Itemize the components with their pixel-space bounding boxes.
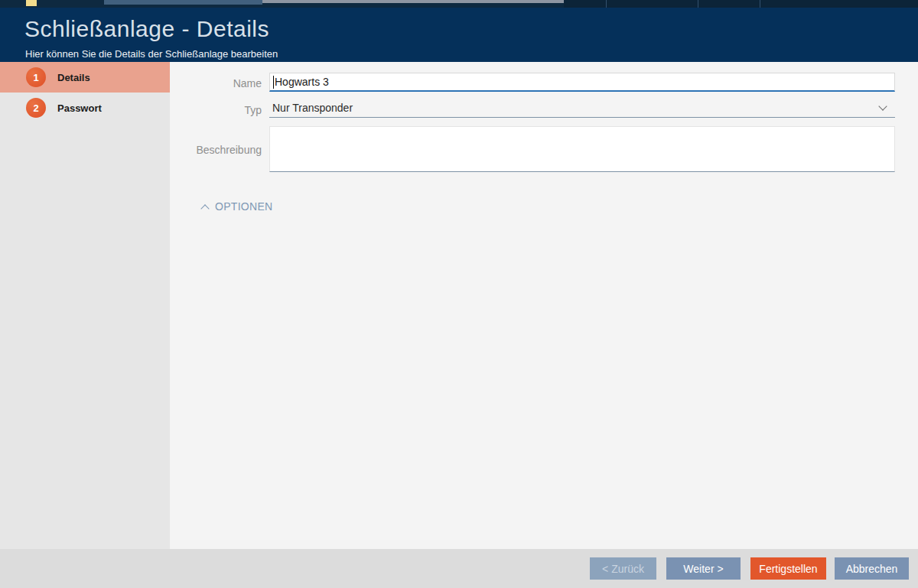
step-item-details[interactable]: 1 Details <box>0 62 170 93</box>
name-label: Name <box>170 77 262 89</box>
background-divider <box>698 0 698 8</box>
background-divider <box>760 0 760 8</box>
optionen-label: OPTIONEN <box>215 200 273 213</box>
finish-button[interactable]: Fertigstellen <box>750 557 826 580</box>
typ-select[interactable]: Nur Transponder <box>269 99 895 118</box>
chevron-up-icon <box>200 204 209 213</box>
background-window-strip <box>0 0 918 8</box>
back-button[interactable]: < Zurück <box>590 557 656 580</box>
background-segment <box>104 0 262 5</box>
step-number-badge: 2 <box>26 98 46 118</box>
step-label: Passwort <box>57 102 102 114</box>
cancel-button[interactable]: Abbrechen <box>835 557 909 580</box>
background-segment <box>262 0 564 3</box>
typ-select-value: Nur Transponder <box>272 102 353 114</box>
dialog-schliessanlage-details: Schließanlage - Details Hier können Sie … <box>0 0 918 588</box>
dialog-header: Schließanlage - Details Hier können Sie … <box>0 8 918 62</box>
background-segment <box>26 0 37 6</box>
typ-label: Typ <box>170 104 262 116</box>
optionen-toggle[interactable]: OPTIONEN <box>202 200 273 213</box>
name-input-value: Hogwarts 3 <box>275 76 329 88</box>
beschreibung-textarea[interactable] <box>269 126 895 172</box>
chevron-down-icon <box>878 102 887 110</box>
name-input[interactable]: Hogwarts 3 <box>269 73 895 92</box>
step-label: Details <box>57 72 90 83</box>
page-subtitle: Hier können Sie die Details der Schließa… <box>25 48 278 60</box>
text-cursor <box>273 76 274 89</box>
next-button[interactable]: Weiter > <box>666 557 741 580</box>
page-title: Schließanlage - Details <box>24 16 269 42</box>
beschreibung-label: Beschreibung <box>170 144 262 156</box>
step-item-passwort[interactable]: 2 Passwort <box>0 93 170 123</box>
dialog-footer: < Zurück Weiter > Fertigstellen Abbreche… <box>0 549 918 588</box>
background-segment <box>564 0 918 8</box>
wizard-steps-sidebar: 1 Details 2 Passwort <box>0 62 170 549</box>
background-divider <box>606 0 607 8</box>
step-number-badge: 1 <box>26 67 46 87</box>
